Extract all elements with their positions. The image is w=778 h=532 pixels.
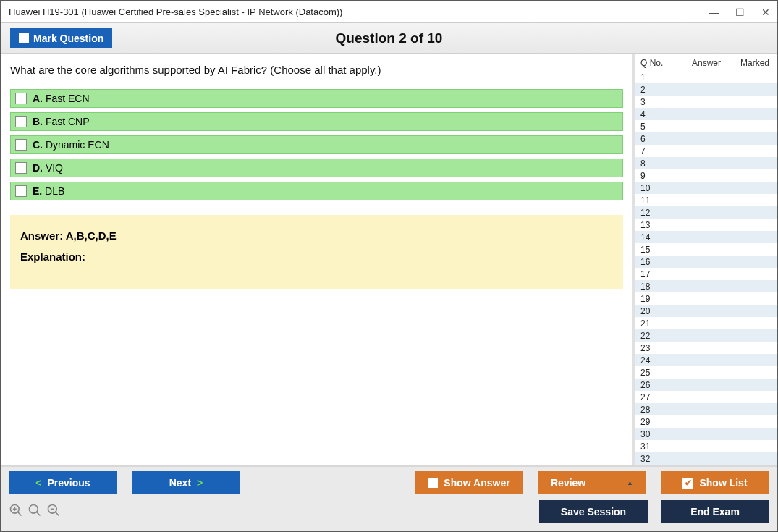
question-row[interactable]: 21 bbox=[635, 317, 777, 329]
question-row[interactable]: 7 bbox=[635, 145, 777, 157]
option-label: E. DLB bbox=[33, 185, 64, 197]
svg-line-5 bbox=[37, 512, 41, 515]
end-exam-button[interactable]: End Exam bbox=[661, 500, 769, 523]
question-row[interactable]: 31 bbox=[635, 440, 777, 452]
question-row[interactable]: 5 bbox=[635, 120, 777, 132]
next-button[interactable]: Next > bbox=[132, 471, 240, 494]
chevron-right-icon: > bbox=[197, 477, 203, 489]
question-row[interactable]: 1 bbox=[635, 71, 777, 83]
question-list-header: Q No. Answer Marked bbox=[635, 54, 777, 71]
question-row[interactable]: 24 bbox=[635, 354, 777, 366]
question-row[interactable]: 20 bbox=[635, 305, 777, 317]
question-row[interactable]: 22 bbox=[635, 329, 777, 342]
minimize-icon[interactable]: — bbox=[709, 7, 719, 18]
question-row[interactable]: 18 bbox=[635, 280, 777, 292]
question-row[interactable]: 30 bbox=[635, 428, 777, 440]
question-row[interactable]: 11 bbox=[635, 194, 777, 206]
review-label: Review bbox=[551, 477, 585, 489]
previous-label: Previous bbox=[48, 477, 90, 489]
show-answer-checkbox-icon bbox=[428, 478, 438, 488]
question-row[interactable]: 23 bbox=[635, 342, 777, 354]
window-controls: — ☐ ✕ bbox=[709, 7, 771, 18]
question-list-pane: Q No. Answer Marked 12345678910111213141… bbox=[632, 54, 777, 465]
body: What are the core algorithms supported b… bbox=[1, 54, 777, 465]
question-row[interactable]: 14 bbox=[635, 231, 777, 243]
question-list[interactable]: 1234567891011121314151617181920212223242… bbox=[635, 71, 777, 465]
option-b[interactable]: B. Fast CNP bbox=[10, 112, 623, 131]
col-marked: Marked bbox=[737, 58, 774, 68]
option-checkbox[interactable] bbox=[15, 93, 27, 104]
question-row[interactable]: 25 bbox=[635, 366, 777, 379]
question-row[interactable]: 12 bbox=[635, 206, 777, 219]
window-title: Huawei H19-301 (Huawei Certified Pre-sal… bbox=[9, 7, 342, 17]
question-row[interactable]: 15 bbox=[635, 243, 777, 256]
question-row[interactable]: 19 bbox=[635, 292, 777, 305]
question-row[interactable]: 3 bbox=[635, 96, 777, 108]
footer-secondary-row: Save Session End Exam bbox=[9, 500, 769, 523]
mark-question-label: Mark Question bbox=[33, 33, 103, 44]
footer: < Previous Next > Show Answer Review ▲ ✔… bbox=[1, 465, 777, 531]
option-label: D. VIQ bbox=[33, 162, 63, 174]
option-checkbox[interactable] bbox=[15, 185, 27, 197]
question-row[interactable]: 27 bbox=[635, 391, 777, 403]
question-row[interactable]: 9 bbox=[635, 169, 777, 182]
col-qno: Q No. bbox=[640, 58, 675, 68]
svg-point-4 bbox=[30, 504, 38, 513]
question-row[interactable]: 29 bbox=[635, 415, 777, 428]
show-list-button[interactable]: ✔ Show List bbox=[661, 471, 769, 494]
question-row[interactable]: 32 bbox=[635, 452, 777, 465]
question-row[interactable]: 2 bbox=[635, 83, 777, 96]
explanation-label: Explanation: bbox=[20, 250, 613, 263]
option-checkbox[interactable] bbox=[15, 162, 27, 174]
review-button[interactable]: Review ▲ bbox=[538, 471, 646, 494]
maximize-icon[interactable]: ☐ bbox=[735, 7, 745, 18]
option-label: A. Fast ECN bbox=[33, 93, 90, 104]
option-checkbox[interactable] bbox=[15, 116, 27, 127]
header-bar: Mark Question Question 2 of 10 bbox=[1, 23, 777, 54]
close-icon[interactable]: ✕ bbox=[761, 7, 771, 18]
zoom-icon[interactable] bbox=[28, 503, 42, 521]
zoom-controls bbox=[9, 503, 61, 521]
question-text: What are the core algorithms supported b… bbox=[10, 64, 623, 76]
previous-button[interactable]: < Previous bbox=[9, 471, 117, 494]
option-checkbox[interactable] bbox=[15, 139, 27, 151]
titlebar: Huawei H19-301 (Huawei Certified Pre-sal… bbox=[1, 1, 777, 23]
end-exam-label: End Exam bbox=[690, 506, 740, 518]
show-list-label: Show List bbox=[699, 477, 747, 489]
main-pane: What are the core algorithms supported b… bbox=[1, 54, 632, 465]
save-session-button[interactable]: Save Session bbox=[539, 500, 648, 523]
question-row[interactable]: 10 bbox=[635, 182, 777, 194]
footer-primary-row: < Previous Next > Show Answer Review ▲ ✔… bbox=[9, 471, 769, 494]
question-row[interactable]: 13 bbox=[635, 219, 777, 231]
zoom-in-icon[interactable] bbox=[9, 503, 23, 521]
option-c[interactable]: C. Dynamic ECN bbox=[10, 135, 623, 154]
mark-question-button[interactable]: Mark Question bbox=[10, 28, 112, 48]
option-label: B. Fast CNP bbox=[33, 116, 90, 127]
chevron-left-icon: < bbox=[35, 477, 41, 489]
col-answer: Answer bbox=[675, 58, 737, 68]
svg-line-7 bbox=[56, 512, 59, 515]
question-row[interactable]: 8 bbox=[635, 157, 777, 169]
question-row[interactable]: 17 bbox=[635, 268, 777, 280]
zoom-out-icon[interactable] bbox=[46, 503, 61, 521]
answer-panel: Answer: A,B,C,D,E Explanation: bbox=[10, 215, 623, 289]
question-row[interactable]: 6 bbox=[635, 132, 777, 145]
question-row[interactable]: 28 bbox=[635, 403, 777, 415]
option-d[interactable]: D. VIQ bbox=[10, 159, 623, 177]
question-counter: Question 2 of 10 bbox=[336, 30, 443, 46]
show-answer-label: Show Answer bbox=[444, 477, 509, 489]
next-label: Next bbox=[169, 477, 191, 489]
option-label: C. Dynamic ECN bbox=[33, 139, 109, 151]
option-a[interactable]: A. Fast ECN bbox=[10, 89, 623, 108]
question-row[interactable]: 4 bbox=[635, 108, 777, 120]
answer-line: Answer: A,B,C,D,E bbox=[20, 229, 613, 242]
question-row[interactable]: 16 bbox=[635, 256, 777, 268]
save-session-label: Save Session bbox=[561, 506, 626, 518]
option-e[interactable]: E. DLB bbox=[10, 182, 623, 200]
question-row[interactable]: 26 bbox=[635, 379, 777, 391]
options-list: A. Fast ECNB. Fast CNPC. Dynamic ECND. V… bbox=[10, 89, 623, 200]
show-answer-button[interactable]: Show Answer bbox=[415, 471, 523, 494]
app-window: Huawei H19-301 (Huawei Certified Pre-sal… bbox=[0, 0, 778, 532]
show-list-checked-icon: ✔ bbox=[682, 478, 693, 489]
mark-checkbox-icon bbox=[19, 33, 29, 43]
